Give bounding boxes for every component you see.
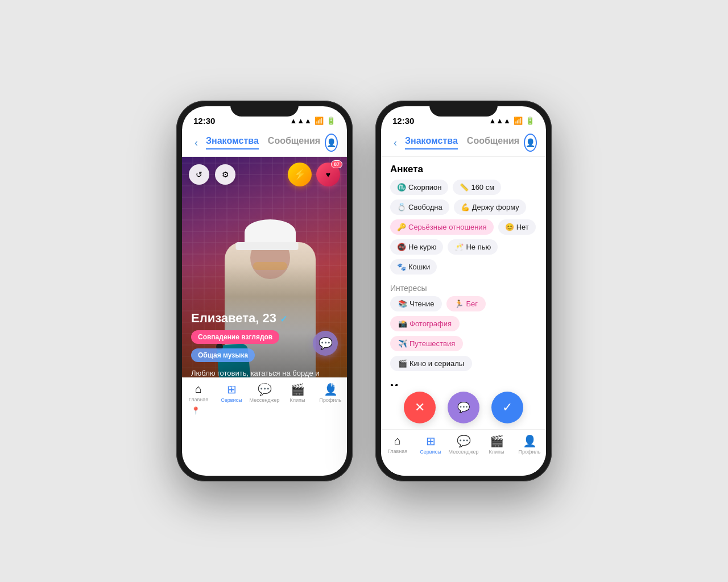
pets-emoji: 🐾 bbox=[397, 263, 406, 271]
tag-height[interactable]: 📏 160 см bbox=[453, 180, 501, 195]
tag-views: Совпадение взглядов bbox=[191, 330, 279, 344]
heart-button[interactable]: ♥ 87 bbox=[316, 163, 340, 186]
anketa-title: Анкета bbox=[381, 157, 546, 180]
dislike-button[interactable]: ✕ bbox=[404, 392, 436, 423]
relation-text: Серьёзные отношения bbox=[408, 223, 487, 231]
chat-fab-1[interactable]: 💬 bbox=[313, 331, 338, 356]
phone-1: 12:30 ▲▲▲ 📶 🔋 ‹ Знакомства Сообщения 👤 bbox=[176, 101, 353, 481]
heart-count: 87 bbox=[331, 160, 342, 168]
tab-home-2[interactable]: ⌂ Главная bbox=[381, 434, 414, 454]
children-emoji: 😊 bbox=[505, 223, 514, 231]
card-location: 📍 5 км от вас bbox=[191, 406, 338, 415]
fitness-text: Держу форму bbox=[472, 203, 519, 211]
nav-tabs-2: Знакомства Сообщения bbox=[405, 136, 519, 149]
children-text: Нет bbox=[516, 223, 529, 231]
height-text: 160 см bbox=[471, 183, 494, 192]
nav-avatar-2[interactable]: 👤 bbox=[524, 134, 537, 152]
nav-tabs-1: Знакомства Сообщения bbox=[206, 136, 320, 149]
tab-bar-2: ⌂ Главная ⊞ Сервисы 💬 Мессенджер 🎬 Клипы… bbox=[381, 429, 546, 476]
messenger-icon-2: 💬 bbox=[457, 434, 471, 448]
filter-button[interactable]: ⚙ bbox=[215, 164, 235, 185]
tab-messenger-2[interactable]: 💬 Мессенджер bbox=[447, 434, 480, 455]
card-controls-top: ↺ ⚙ ⚡ ♥ 87 bbox=[189, 163, 340, 186]
heart-icon: ♥ bbox=[326, 170, 330, 179]
interest-travel[interactable]: ✈️ Путешествия bbox=[390, 336, 463, 351]
interests-label: Интересы bbox=[381, 279, 546, 296]
notch-1 bbox=[230, 101, 299, 117]
card-description: Люблю готовить, кататься на борде и путе… bbox=[191, 368, 338, 401]
zodiac-text: Скорпион bbox=[408, 183, 441, 192]
status-emoji: 💍 bbox=[397, 203, 406, 211]
card-info: Елизавета, 23 ✓ Совпадение взглядов Обща… bbox=[182, 302, 347, 425]
home-icon-2: ⌂ bbox=[394, 434, 401, 447]
nav-avatar-1[interactable]: 👤 bbox=[325, 134, 338, 152]
tag-relation[interactable]: 🔑 Серьёзные отношения bbox=[390, 219, 494, 235]
battery-icon-2: 🔋 bbox=[526, 117, 535, 125]
tab-clips-2[interactable]: 🎬 Клипы bbox=[480, 434, 513, 455]
ctrl-left: ↺ ⚙ bbox=[189, 164, 235, 185]
status-text: Свободна bbox=[408, 203, 442, 211]
anketa-tags: ♏ Скорпион 📏 160 см 💍 Свободна 💪 Держу ф… bbox=[381, 180, 546, 279]
time-2: 12:30 bbox=[392, 116, 414, 126]
services-icon-2: ⊞ bbox=[426, 434, 436, 448]
tab-messages-1[interactable]: Сообщения bbox=[268, 136, 320, 149]
relation-emoji: 🔑 bbox=[397, 223, 406, 231]
tag-status[interactable]: 💍 Свободна bbox=[390, 199, 449, 215]
tag-alcohol[interactable]: 🥂 Не пью bbox=[448, 239, 498, 255]
tab-dating-1[interactable]: Знакомства bbox=[206, 136, 259, 149]
card-image: ↺ ⚙ ⚡ ♥ 87 Елизавета, 23 bbox=[182, 157, 347, 424]
like-button[interactable]: ✓ bbox=[491, 392, 523, 423]
phone-2: 12:30 ▲▲▲ 📶 🔋 ‹ Знакомства Сообщения 👤 А… bbox=[375, 101, 552, 481]
nav-header-1: ‹ Знакомства Сообщения 👤 bbox=[182, 131, 347, 157]
height-emoji: 📏 bbox=[460, 183, 469, 192]
interest-running[interactable]: 🏃 Бег bbox=[446, 296, 486, 311]
signal-icon: ▲▲▲ bbox=[289, 117, 312, 125]
zodiac-emoji: ♏ bbox=[397, 183, 406, 192]
alcohol-text: Не пью bbox=[466, 243, 491, 251]
battery-icon: 🔋 bbox=[326, 117, 336, 125]
tab-dating-2[interactable]: Знакомства bbox=[405, 136, 458, 149]
signal-icon-2: ▲▲▲ bbox=[489, 117, 511, 125]
wifi-icon: 📶 bbox=[315, 117, 324, 125]
status-icons-2: ▲▲▲ 📶 🔋 bbox=[489, 117, 535, 125]
tag-music: Общая музыка bbox=[191, 348, 255, 362]
status-icons-1: ▲▲▲ 📶 🔋 bbox=[289, 117, 336, 125]
tab-profile-2[interactable]: 👤 Профиль bbox=[513, 434, 546, 455]
profile-icon-2: 👤 bbox=[523, 434, 537, 448]
back-button-1[interactable]: ‹ bbox=[191, 136, 201, 150]
verified-icon: ✓ bbox=[280, 314, 287, 324]
smoking-text: Не курю bbox=[408, 243, 436, 251]
interest-cinema[interactable]: 🎬 Кино и сериалы bbox=[390, 356, 472, 371]
interest-reading[interactable]: 📚 Чтение bbox=[390, 296, 442, 311]
tag-smoking[interactable]: 🚭 Не курю bbox=[390, 239, 443, 255]
lightning-button[interactable]: ⚡ bbox=[288, 163, 312, 186]
pets-text: Кошки bbox=[408, 263, 430, 271]
notch-2 bbox=[429, 101, 498, 117]
tab-messages-2[interactable]: Сообщения bbox=[467, 136, 519, 149]
action-row: ✕ 💬 ✓ bbox=[381, 386, 546, 429]
back-button-2[interactable]: ‹ bbox=[390, 136, 400, 150]
fitness-emoji: 💪 bbox=[461, 203, 470, 211]
tag-zodiac[interactable]: ♏ Скорпион bbox=[390, 180, 448, 195]
clips-icon-2: 🎬 bbox=[490, 434, 504, 448]
wifi-icon-2: 📶 bbox=[514, 117, 523, 125]
time-1: 12:30 bbox=[193, 116, 215, 126]
ctrl-right: ⚡ ♥ 87 bbox=[288, 163, 340, 186]
refresh-button[interactable]: ↺ bbox=[189, 164, 209, 185]
smoking-emoji: 🚭 bbox=[397, 243, 406, 251]
tab-services-2[interactable]: ⊞ Сервисы bbox=[414, 434, 447, 455]
location-icon: 📍 bbox=[191, 406, 200, 415]
interest-photo[interactable]: 📸 Фотография bbox=[390, 316, 460, 331]
card-screen: ↺ ⚙ ⚡ ♥ 87 Елизавета, 23 bbox=[182, 157, 347, 424]
tag-pets[interactable]: 🐾 Кошки bbox=[390, 259, 437, 275]
interests-tags: 📚 Чтение 🏃 Бег 📸 Фотография ✈️ Путешеств… bbox=[381, 296, 546, 376]
tag-children[interactable]: 😊 Нет bbox=[498, 219, 536, 235]
alcohol-emoji: 🥂 bbox=[454, 243, 464, 251]
tag-fitness[interactable]: 💪 Держу форму bbox=[454, 199, 526, 215]
nav-header-2: ‹ Знакомства Сообщения 👤 bbox=[381, 131, 546, 157]
card-name: Елизавета, 23 ✓ bbox=[191, 311, 338, 326]
chat-button[interactable]: 💬 bbox=[448, 392, 479, 423]
